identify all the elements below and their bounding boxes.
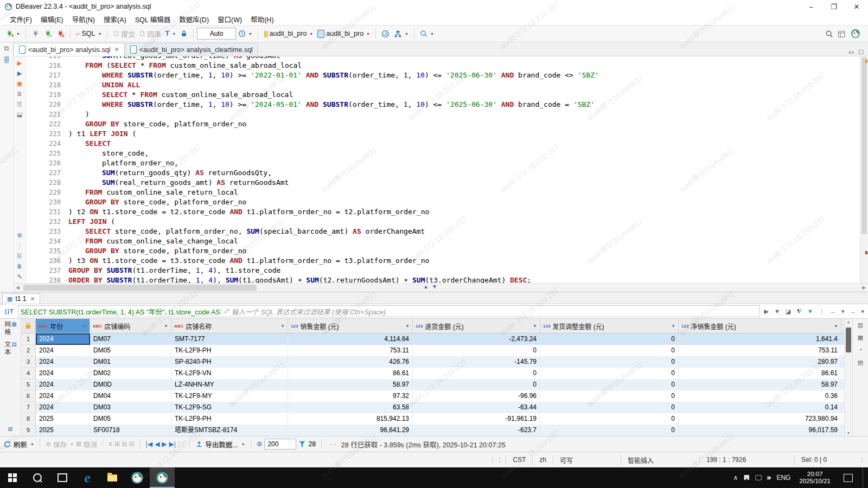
row-number[interactable]: 1 bbox=[21, 333, 36, 345]
row-number[interactable]: 8 bbox=[21, 413, 36, 425]
view-tab-grid[interactable]: ▦网格 bbox=[3, 321, 17, 336]
caret-position[interactable]: 199 : 1 : 7926 bbox=[699, 455, 794, 465]
output-panel-icon[interactable]: ⬓ bbox=[17, 111, 22, 118]
code-line-225[interactable]: 225store_code, bbox=[26, 149, 860, 158]
close-icon[interactable]: ✕ bbox=[30, 296, 35, 303]
row-number[interactable]: 2 bbox=[21, 345, 36, 356]
code-line-228[interactable]: 228SUM(real_return_goods_amt) AS returnG… bbox=[26, 178, 860, 188]
row-number[interactable]: 4 bbox=[21, 368, 36, 379]
cell[interactable]: -91,961.19 bbox=[413, 413, 540, 425]
code-line-215[interactable]: 215SUM(real_goods_amt_order_time) AS goo… bbox=[26, 56, 860, 61]
cell[interactable]: 4,114.64 bbox=[288, 333, 413, 345]
cancel-button[interactable]: 取消 bbox=[84, 439, 97, 450]
cell[interactable]: TK-L2F9-SG bbox=[171, 402, 288, 413]
menu-file[interactable]: 文件(F) bbox=[5, 13, 36, 25]
cell[interactable]: -96.96 bbox=[413, 390, 540, 402]
rollback-button[interactable]: 🗋回滚 bbox=[137, 28, 163, 40]
tab-analysis-cleartime-sql[interactable]: <audit_bi_pro> analysis_cleartime.sql bbox=[125, 43, 258, 56]
cell[interactable]: 0 bbox=[540, 413, 679, 425]
grid-corner[interactable] bbox=[21, 319, 36, 333]
cell[interactable]: 96,641.29 bbox=[288, 425, 413, 436]
apply-filter-icon[interactable]: ▶ bbox=[762, 308, 770, 315]
cell[interactable]: 2024 bbox=[36, 402, 90, 413]
cell[interactable]: 0 bbox=[540, 402, 679, 413]
cell[interactable]: 2024 bbox=[36, 390, 90, 402]
cell[interactable]: 753.11 bbox=[288, 345, 413, 356]
execute-new-tab-icon[interactable]: ▶ bbox=[17, 70, 22, 76]
cell[interactable]: 0 bbox=[540, 379, 679, 390]
code-line-238[interactable]: 238ORDER BY SUBSTR(t1.orderTime, 1, 4), … bbox=[26, 275, 860, 283]
internet-explorer-button[interactable]: e bbox=[75, 467, 100, 488]
column-header-7[interactable]: 123净销售金额 (元)▼ bbox=[679, 319, 841, 333]
task-view-button[interactable] bbox=[50, 467, 75, 488]
references-panel-icon[interactable]: ▤ bbox=[858, 359, 863, 365]
metadata-panel-icon[interactable]: ◔ bbox=[859, 347, 863, 353]
cell[interactable]: 58.97 bbox=[288, 379, 413, 390]
code-line-216[interactable]: 216FROM (SELECT * FROM custom_online_sal… bbox=[26, 61, 860, 70]
cell[interactable]: 86.61 bbox=[288, 368, 413, 379]
avatar[interactable] bbox=[851, 29, 860, 38]
scroll-left-icon[interactable]: ◀ bbox=[14, 285, 22, 290]
sort-icon[interactable]: ▼ bbox=[533, 324, 537, 329]
cell[interactable]: 2024 bbox=[36, 333, 90, 345]
sort-icon[interactable]: ▼ bbox=[164, 324, 168, 329]
database-navigator-icon[interactable]: 🗄 bbox=[3, 56, 10, 64]
menu-sql-editor[interactable]: SQL 编辑器 bbox=[131, 13, 175, 25]
quick-search-button[interactable]: ▼ bbox=[418, 29, 436, 38]
code-line-234[interactable]: 234FROM custom_online_sale_change_local bbox=[26, 236, 860, 246]
erase-filter-icon[interactable]: ◪ bbox=[784, 308, 793, 315]
cell[interactable]: 0 bbox=[540, 368, 679, 379]
cell[interactable]: 753.11 bbox=[679, 345, 841, 356]
editor-horizontal-scrollbar[interactable]: ◀ ▲▼ ▶ bbox=[14, 283, 868, 292]
cell[interactable]: SP-8240-PH bbox=[171, 356, 288, 368]
taskbar-search-button[interactable] bbox=[25, 467, 50, 488]
cell[interactable]: DM07 bbox=[90, 333, 171, 345]
add-row-icon[interactable]: ⊞ bbox=[114, 440, 120, 448]
gear-icon[interactable]: ⚙ bbox=[257, 440, 263, 448]
menu-search[interactable]: 搜索(A) bbox=[99, 13, 131, 25]
action-center-icon[interactable] bbox=[844, 474, 853, 482]
table-row-4[interactable]: 42024DM02TK-L2F9-VN86.610086.61 bbox=[21, 368, 844, 379]
cell[interactable]: 2024 bbox=[36, 368, 90, 379]
cell[interactable]: 0.36 bbox=[679, 390, 841, 402]
menu-database[interactable]: 数据库(D) bbox=[175, 13, 213, 25]
prev-page-icon[interactable]: ◀ bbox=[155, 440, 159, 448]
code-line-237[interactable]: 237GROUP BY SUBSTR(t1.orderTime, 1, 4), … bbox=[26, 266, 860, 275]
cell[interactable]: TK-L2F9-PH bbox=[171, 345, 288, 356]
search-icon[interactable] bbox=[825, 30, 833, 38]
edit-template-icon[interactable]: ✎ bbox=[17, 273, 22, 280]
sash-collapse-buttons[interactable]: ▲▼ bbox=[423, 284, 437, 290]
column-header-3[interactable]: ABC店铺名称▼ bbox=[171, 319, 288, 333]
back-history-icon[interactable]: ▾ bbox=[840, 308, 846, 315]
table-row-8[interactable]: 82025DM05TK-L2F9-PH815,942.13-91,961.190… bbox=[21, 413, 844, 425]
value-panel-icon[interactable]: ▥ bbox=[858, 322, 863, 328]
menu-navigate[interactable]: 导航(N) bbox=[68, 13, 99, 25]
back-icon[interactable]: ← bbox=[828, 308, 838, 314]
copy-row-icon[interactable]: ⧉ bbox=[122, 440, 127, 448]
collapse-up-icon[interactable]: ▲ bbox=[423, 284, 429, 290]
scroll-up-icon[interactable]: ▲ bbox=[845, 320, 852, 324]
forward-icon[interactable]: → bbox=[848, 308, 857, 314]
new-connection-button[interactable]: ▼ bbox=[3, 29, 22, 39]
table-row-5[interactable]: 52024DM0DLZ-4NHN-MY58.970058.97 bbox=[21, 379, 844, 390]
table-row-9[interactable]: 92025SF00718塔斯曼SMTSBZ-817496,641.29-623.… bbox=[21, 425, 844, 436]
reconnect-button[interactable] bbox=[42, 29, 54, 39]
export-result-icon[interactable]: ⎘ bbox=[17, 253, 22, 259]
filter-input[interactable]: SELECT SUBSTR(t1.orderTime, 1, 4) AS "年份… bbox=[18, 305, 761, 317]
volume-icon[interactable]: 🕪 bbox=[767, 474, 771, 481]
column-header-6[interactable]: 123发货调整金额 (元)▼ bbox=[540, 319, 679, 333]
gear-icon[interactable]: ⚙ bbox=[17, 232, 22, 239]
connect-button[interactable] bbox=[29, 29, 42, 39]
cell[interactable]: SMT-7177 bbox=[171, 333, 288, 345]
cell[interactable]: 2024 bbox=[36, 379, 90, 390]
sql-editor[interactable]: ▶ ▶ ▣ 🗎 ☰ ⬓ ⚙ ⋮ ⎘ 🗎 ✎ 215SUM(real_goods_… bbox=[14, 56, 868, 283]
cell[interactable]: 0 bbox=[540, 356, 679, 368]
fetch-size-input[interactable]: 200 bbox=[264, 439, 296, 450]
aggregate-panel-icon[interactable]: ▦ bbox=[858, 335, 863, 341]
cell[interactable]: 1,641.4 bbox=[679, 333, 841, 345]
cell[interactable]: -623.7 bbox=[413, 425, 540, 436]
cell[interactable]: DM01 bbox=[90, 356, 171, 368]
code-line-218[interactable]: 218UNION ALL bbox=[26, 80, 860, 90]
cell[interactable]: 63.58 bbox=[288, 402, 413, 413]
expand-filter-icon[interactable]: ⤢ bbox=[221, 308, 232, 314]
